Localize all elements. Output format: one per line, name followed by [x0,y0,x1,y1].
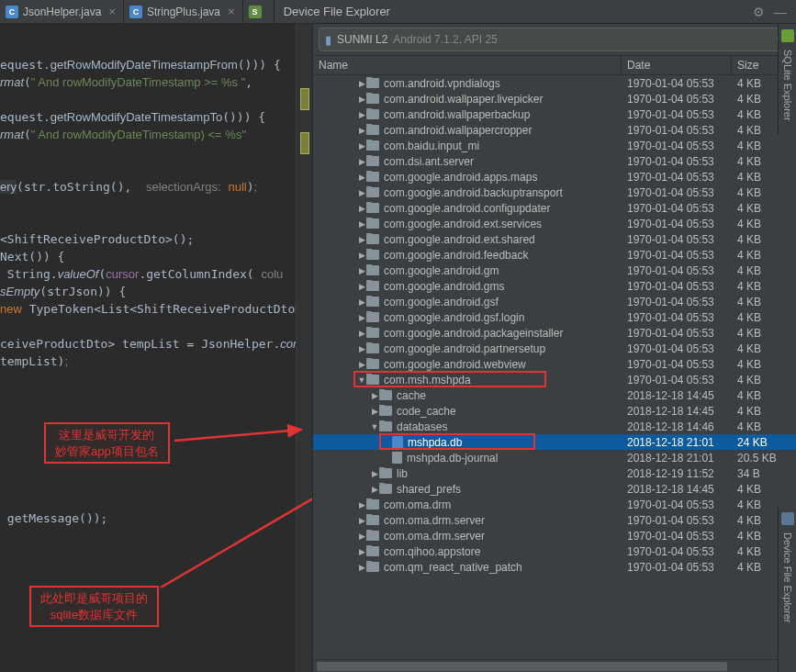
item-date: 1970-01-04 05:53 [622,280,732,293]
expand-icon[interactable]: ▶ [370,391,379,400]
expand-icon[interactable]: ▶ [357,204,366,213]
item-date: 1970-01-04 05:53 [622,77,732,90]
expand-icon[interactable]: ▼ [357,375,366,385]
item-date: 2018-12-19 11:52 [622,467,732,480]
item-date: 2018-12-18 14:46 [622,420,732,433]
folder-icon [366,297,379,307]
tree-folder[interactable]: ▶com.google.android.configupdater1970-01… [313,200,796,216]
tree-folder[interactable]: ▶com.android.wallpapercropper1970-01-04 … [313,122,796,138]
tree-folder[interactable]: ▶com.google.android.gms1970-01-04 05:534… [313,278,796,294]
expand-icon[interactable]: ▶ [370,485,379,494]
tree-file[interactable]: mshpda.db-journal2018-12-18 21:0120.5 KB [313,450,796,465]
sqlite-explorer-icon[interactable] [781,29,794,42]
item-date: 2018-12-18 14:45 [622,389,732,402]
close-icon[interactable]: × [228,5,235,18]
folder-icon [366,140,379,151]
tree-folder[interactable]: ▶cache2018-12-18 14:454 KB [313,387,796,403]
top-bar: C JsonHelper.java × C StringPlus.java × … [0,0,796,24]
tree-folder[interactable]: ▶com.dsi.ant.server1970-01-04 05:534 KB [313,153,796,169]
device-file-explorer-icon[interactable] [781,512,794,525]
expand-icon[interactable]: ▶ [357,141,366,151]
expand-icon[interactable]: ▶ [370,407,379,416]
expand-icon[interactable]: ▶ [357,329,366,338]
expand-icon[interactable]: ▶ [357,547,366,556]
tree-folder[interactable]: ▶com.google.android.feedback1970-01-04 0… [313,247,796,263]
tree-folder[interactable]: ▶com.oma.drm.server1970-01-04 05:534 KB [313,528,796,543]
tree-folder[interactable]: ▶com.google.android.packageinstaller1970… [313,325,796,341]
expand-icon[interactable]: ▶ [357,297,366,307]
folder-icon [366,125,379,135]
device-file-explorer-tab[interactable]: Device File Explorer [780,527,795,628]
item-name: com.google.android.webview [384,358,526,371]
sqlite-explorer-tab[interactable]: SQLite Explorer [780,44,795,127]
expand-icon[interactable]: ▶ [357,95,366,104]
tab-other[interactable]: S [243,0,275,24]
item-date: 1970-01-04 05:53 [622,218,732,230]
expand-icon[interactable]: ▶ [357,79,366,88]
tree-folder[interactable]: ▶com.android.vpndialogs1970-01-04 05:534… [313,75,796,91]
tree-folder[interactable]: ▼databases2018-12-18 14:464 KB [313,419,796,434]
expand-icon[interactable]: ▶ [357,532,366,541]
tree-folder[interactable]: ▶lib2018-12-19 11:5234 B [313,465,796,481]
tree-folder[interactable]: ▶com.google.android.gsf.login1970-01-04 … [313,309,796,325]
expand-icon[interactable]: ▶ [357,235,366,244]
expand-icon[interactable]: ▶ [357,516,366,525]
item-size: 4 KB [732,233,796,246]
tree-folder[interactable]: ▶com.android.wallpaperbackup1970-01-04 0… [313,106,796,122]
expand-icon[interactable]: ▶ [357,188,366,197]
expand-icon[interactable]: ▶ [357,282,366,291]
device-selector[interactable]: ▮ SUNMI L2 Android 7.1.2, API 25 ▼ [319,28,790,51]
expand-icon[interactable]: ▶ [357,219,366,229]
file-icon: S [249,6,262,18]
expand-icon[interactable]: ▶ [357,313,366,322]
expand-icon[interactable]: ▶ [357,500,366,510]
tab-jsonhelper[interactable]: C JsonHelper.java × [0,0,124,24]
tree-folder[interactable]: ▶com.qihoo.appstore1970-01-04 05:534 KB [313,543,796,559]
tree-folder[interactable]: ▶com.google.android.backuptransport1970-… [313,185,796,200]
tree-folder[interactable]: ▶com.android.wallpaper.livepicker1970-01… [313,91,796,106]
tab-stringplus[interactable]: C StringPlus.java × [124,0,243,24]
tree-folder[interactable]: ▶com.google.android.webview1970-01-04 05… [313,356,796,372]
expand-icon[interactable]: ▶ [357,110,366,119]
minimize-icon[interactable]: ― [774,5,787,19]
expand-icon[interactable]: ▶ [357,251,366,260]
folder-icon [379,468,392,478]
item-size: 4 KB [732,389,796,402]
expand-icon[interactable]: ▶ [357,173,366,182]
item-name: com.qihoo.appstore [384,545,480,558]
tree-folder[interactable]: ▶code_cache2018-12-18 14:454 KB [313,403,796,419]
item-size: 4 KB [732,264,796,277]
tree-folder[interactable]: ▶com.baidu.input_mi1970-01-04 05:534 KB [313,138,796,153]
close-icon[interactable]: × [108,5,116,18]
col-name-header[interactable]: Name [313,56,622,74]
expand-icon[interactable]: ▶ [357,266,366,275]
tree-file[interactable]: mshpda.db2018-12-18 21:0124 KB [313,434,796,450]
item-name: com.oma.drm.server [384,514,485,527]
gear-icon[interactable]: ⚙ [753,5,765,19]
tree-folder[interactable]: ▶com.google.android.gm1970-01-04 05:534 … [313,263,796,278]
tree-folder[interactable]: ▶com.google.android.apps.maps1970-01-04 … [313,169,796,185]
expand-icon[interactable]: ▼ [370,422,379,431]
col-date-header[interactable]: Date [622,56,732,74]
java-class-icon: C [6,6,18,18]
file-tree[interactable]: ▶com.android.vpndialogs1970-01-04 05:534… [313,75,796,672]
code-editor[interactable]: equest.getRowModifyDateTimestampFrom()))… [0,24,312,672]
tree-folder[interactable]: ▶com.qm_react_native_patch1970-01-04 05:… [313,559,796,575]
expand-icon[interactable]: ▶ [357,126,366,135]
expand-icon[interactable]: ▶ [357,344,366,353]
tree-folder[interactable]: ▶com.oma.drm1970-01-04 05:534 KB [313,497,796,512]
tree-folder[interactable]: ▶com.google.android.gsf1970-01-04 05:534… [313,294,796,309]
tree-folder[interactable]: ▼com.msh.mshpda1970-01-04 05:534 KB [313,372,796,387]
tree-folder[interactable]: ▶com.oma.drm.server1970-01-04 05:534 KB [313,512,796,528]
h-scrollbar[interactable] [313,659,796,672]
tree-folder[interactable]: ▶com.google.android.ext.shared1970-01-04… [313,231,796,247]
expand-icon[interactable]: ▶ [357,157,366,166]
item-name: com.msh.mshpda [384,374,471,386]
tree-folder[interactable]: ▶shared_prefs2018-12-18 14:454 KB [313,481,796,497]
folder-icon [366,375,379,385]
expand-icon[interactable]: ▶ [370,469,379,478]
expand-icon[interactable]: ▶ [357,563,366,572]
tree-folder[interactable]: ▶com.google.android.partnersetup1970-01-… [313,341,796,356]
expand-icon[interactable]: ▶ [357,360,366,369]
tree-folder[interactable]: ▶com.google.android.ext.services1970-01-… [313,216,796,231]
